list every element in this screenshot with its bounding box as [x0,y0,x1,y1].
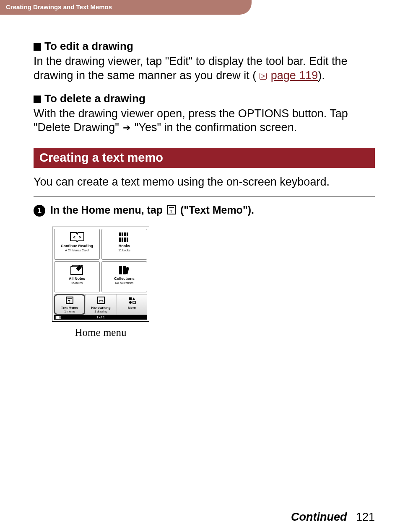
status-text: 1 of 1 [96,315,105,319]
svg-rect-6 [118,236,130,238]
cell-label: All Notes [69,276,85,281]
page-link-119[interactable]: page 119 [271,69,318,82]
cell-label: Text Memo [61,306,78,310]
book-open-icon: <> [55,232,99,243]
svg-point-15 [129,301,132,304]
cell-label: Continue Reading [61,244,93,248]
separator-line [34,196,375,196]
page-content: To edit a drawing In the drawing viewer,… [0,15,400,338]
step-number: 1 [37,207,42,215]
breadcrumb-bar: Creating Drawings and Text Memos [0,0,252,15]
home-menu-frame: <> Continue Reading A Christmas Carol Bo… [52,227,149,322]
battery-icon: ▮▮▮▯ [55,315,60,319]
svg-text:T: T [68,300,70,304]
square-bullet-icon [34,43,41,51]
heading-edit-drawing: To edit a drawing [34,40,375,53]
page-footer: Continued 121 [23,511,375,524]
svg-rect-16 [133,301,135,304]
arrow-right-icon: ➔ [123,122,130,134]
step1-post: ("Text Memo"). [177,204,254,216]
cell-sub: No collections [103,281,146,284]
svg-rect-13 [129,297,132,300]
para-textmemo-intro: You can create a text memo using the on-… [34,176,375,189]
bookshelf-icon [103,232,146,243]
text-memo-icon [167,205,176,214]
page-number: 121 [356,511,375,523]
para-delete-drawing: With the drawing viewer open, press the … [34,107,375,135]
continued-label: Continued [291,511,347,523]
cell-sub: 1 memo [55,310,84,313]
step1-pre: In the Home menu, tap [50,204,166,216]
home-bottom-more[interactable]: More [116,294,147,315]
cell-sub: 15 notes [55,281,99,284]
home-cell-continue-reading[interactable]: <> Continue Reading A Christmas Carol [54,229,100,260]
home-menu-caption: Home menu [52,327,149,338]
cell-label: Handwriting [91,306,110,310]
heading-delete-drawing-text: To delete a drawing [44,92,145,105]
cell-label: More [128,306,136,310]
handwriting-small-icon [86,296,115,305]
cell-label: Collections [114,276,135,281]
step-1-text: In the Home menu, tap ("Text Memo"). [50,204,254,216]
home-menu-grid: <> Continue Reading A Christmas Carol Bo… [54,229,147,292]
delete-body-post: "Yes" in the confirmation screen. [135,121,297,134]
text-memo-small-icon: T [55,296,84,305]
home-bottom-text-memo[interactable]: T Text Memo 1 memo [54,294,85,315]
page-ref-icon: > [260,73,267,80]
breadcrumb-text: Creating Drawings and Text Memos [6,3,112,10]
collections-icon [103,264,146,275]
square-bullet-icon [34,96,41,103]
step-number-badge: 1 [34,205,45,217]
home-bottom-handwriting[interactable]: Handwriting 1 drawing [85,294,116,315]
svg-rect-7 [119,266,122,274]
para-edit-drawing: In the drawing viewer, tap "Edit" to dis… [34,54,375,83]
home-menu-figure: <> Continue Reading A Christmas Carol Bo… [52,227,149,338]
heading-delete-drawing: To delete a drawing [34,92,375,105]
cell-sub: 1 drawing [86,310,115,313]
svg-text:<: < [73,235,75,240]
section-bar-text-memo: Creating a text memo [34,148,375,168]
more-small-icon [117,296,146,305]
cell-label: Books [119,244,130,248]
svg-marker-14 [132,297,135,300]
section-bar-label: Creating a text memo [39,151,163,164]
step-1-row: 1 In the Home menu, tap ("Text Memo"). [34,204,375,217]
cell-sub: A Christmas Carol [55,249,99,252]
edit-body-post: ). [318,69,325,82]
home-cell-all-notes[interactable]: All Notes 15 notes [54,261,100,292]
home-status-bar: ▮▮▮▯ 1 of 1 [54,315,147,320]
home-cell-books[interactable]: Books 11 books [101,229,147,260]
home-bottom-row: T Text Memo 1 memo Handwriting 1 drawing [54,294,147,315]
heading-edit-drawing-text: To edit a drawing [44,40,133,52]
home-cell-collections[interactable]: Collections No collections [101,261,147,292]
cell-sub: 11 books [103,249,146,252]
notes-icon [55,264,99,275]
svg-text:>: > [79,235,81,240]
